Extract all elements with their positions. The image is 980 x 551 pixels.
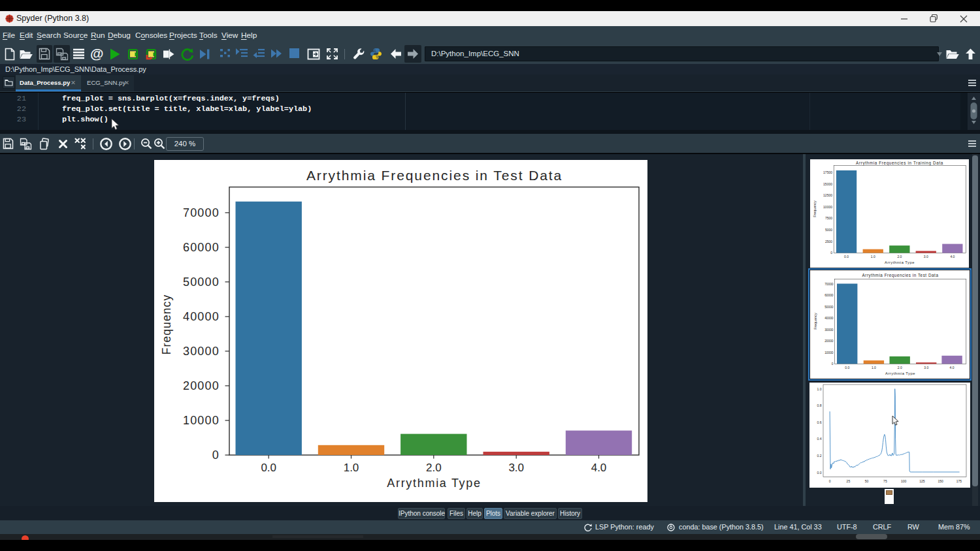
svg-text:50000: 50000 [183,276,220,289]
svg-text:Arrythmia Type: Arrythmia Type [885,260,915,264]
svg-text:10000: 10000 [823,205,832,209]
svg-text:30000: 30000 [183,345,220,358]
svg-text:Frequency: Frequency [160,294,173,355]
svg-text:17500: 17500 [823,170,832,174]
svg-text:1.0: 1.0 [872,366,876,370]
svg-text:0.0: 0.0 [845,366,849,370]
svg-text:Arrythmia Type: Arrythmia Type [387,477,482,490]
svg-text:5000: 5000 [825,228,832,232]
svg-text:1.0: 1.0 [344,462,359,474]
svg-text:40000: 40000 [825,317,834,320]
svg-text:1.0: 1.0 [871,255,875,259]
svg-text:0: 0 [830,251,832,255]
svg-text:0.6: 0.6 [817,420,822,424]
svg-text:20000: 20000 [825,339,834,343]
svg-text:Arrythmia Frequencies in Test: Arrythmia Frequencies in Test Data [862,273,939,278]
svg-text:25: 25 [847,479,851,483]
svg-text:0.2: 0.2 [817,454,822,458]
svg-text:75: 75 [883,479,887,483]
svg-text:10000: 10000 [183,414,220,427]
svg-text:Arrythmia Frequencies in Train: Arrythmia Frequencies in Training Data [856,161,943,166]
svg-text:3.0: 3.0 [508,462,524,474]
svg-text:175: 175 [956,479,962,483]
svg-text:4.0: 4.0 [591,462,607,474]
svg-text:0: 0 [212,449,220,462]
svg-text:0: 0 [829,479,831,483]
svg-text:10000: 10000 [825,351,834,354]
svg-text:15000: 15000 [823,182,832,186]
svg-text:60000: 60000 [825,294,834,297]
svg-text:125: 125 [919,479,925,483]
svg-text:3.0: 3.0 [924,366,928,370]
svg-text:50: 50 [865,479,869,483]
svg-text:Arrythmia Frequencies in Test: Arrythmia Frequencies in Test Data [306,168,563,183]
svg-text:2500: 2500 [825,240,832,244]
svg-text:0.4: 0.4 [817,437,822,441]
svg-text:0.8: 0.8 [817,403,822,407]
svg-text:0: 0 [832,362,834,366]
svg-text:0.0: 0.0 [261,462,276,474]
svg-text:70000: 70000 [825,283,834,286]
svg-text:0.0: 0.0 [817,471,822,475]
svg-text:100: 100 [901,479,907,483]
svg-text:Frequency: Frequency [813,313,817,330]
svg-text:4.0: 4.0 [950,366,955,370]
svg-text:12500: 12500 [823,193,832,197]
svg-text:0.0: 0.0 [844,255,849,259]
svg-text:30000: 30000 [825,328,834,332]
svg-text:3.0: 3.0 [924,255,928,259]
svg-text:Arrythmia Type: Arrythmia Type [885,371,915,375]
svg-text:70000: 70000 [183,206,220,219]
svg-text:4.0: 4.0 [950,255,955,259]
svg-text:1.0: 1.0 [817,387,822,391]
svg-text:2.0: 2.0 [897,255,902,259]
svg-text:20000: 20000 [183,379,220,392]
svg-text:150: 150 [938,479,944,483]
svg-text:2.0: 2.0 [426,462,442,474]
svg-text:40000: 40000 [183,310,220,323]
svg-text:50000: 50000 [825,306,834,309]
svg-text:7500: 7500 [825,216,832,220]
svg-text:Frequency: Frequency [813,200,817,217]
svg-text:60000: 60000 [183,241,220,254]
svg-text:2.0: 2.0 [898,366,902,370]
